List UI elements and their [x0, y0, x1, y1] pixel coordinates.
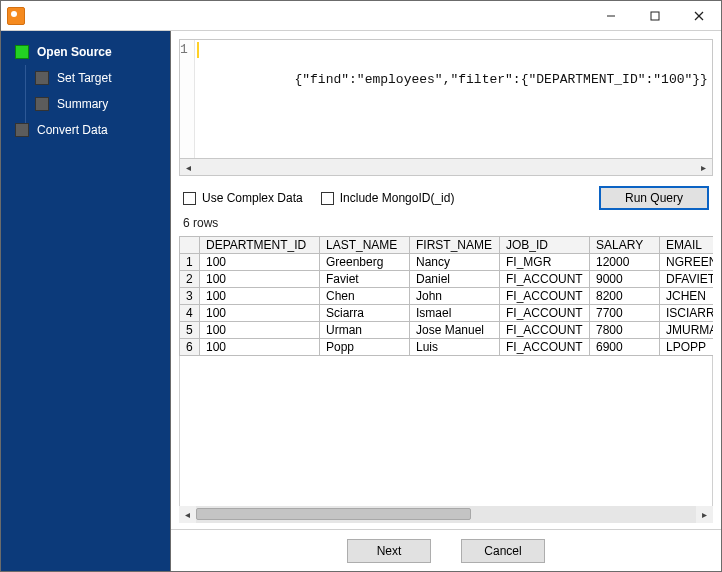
table-cell[interactable]: 100 [200, 339, 320, 356]
cancel-button[interactable]: Cancel [461, 539, 545, 563]
table-cell[interactable]: 100 [200, 254, 320, 271]
table-cell[interactable]: JMURMAN [660, 322, 714, 339]
row-number-cell: 2 [180, 271, 200, 288]
column-label: LAST_NAME [326, 238, 397, 252]
table-cell[interactable]: FI_ACCOUNT [500, 271, 590, 288]
table-cell[interactable]: FI_ACCOUNT [500, 322, 590, 339]
table-cell[interactable]: Jose Manuel [410, 322, 500, 339]
use-complex-data-checkbox[interactable]: Use Complex Data [183, 191, 303, 205]
scroll-right-icon[interactable]: ▸ [696, 506, 713, 523]
wizard-footer: Next Cancel [171, 529, 721, 571]
table-cell[interactable]: 9000 [590, 271, 660, 288]
titlebar [1, 1, 721, 31]
minimize-icon [606, 11, 616, 21]
wizard-sidebar: Open Source Set Target Summary Convert D… [1, 31, 171, 571]
table-cell[interactable]: 6900 [590, 339, 660, 356]
table-cell[interactable]: ISCIARRA [660, 305, 714, 322]
row-count-label: 6 rows [171, 214, 721, 236]
table-cell[interactable]: Chen [320, 288, 410, 305]
table-cell[interactable]: Greenberg [320, 254, 410, 271]
sidebar-item-open-source[interactable]: Open Source [1, 39, 170, 65]
svg-rect-1 [651, 12, 659, 20]
button-label: Run Query [625, 191, 683, 205]
table-cell[interactable]: Urman [320, 322, 410, 339]
row-number-cell: 3 [180, 288, 200, 305]
sidebar-item-set-target[interactable]: Set Target [1, 65, 170, 91]
column-header[interactable]: SALARY [590, 237, 660, 254]
table-cell[interactable]: FI_ACCOUNT [500, 339, 590, 356]
step-marker-icon [15, 45, 29, 59]
sidebar-item-summary[interactable]: Summary [1, 91, 170, 117]
table-cell[interactable]: JCHEN [660, 288, 714, 305]
table-cell[interactable]: DFAVIET [660, 271, 714, 288]
step-marker-icon [15, 123, 29, 137]
line-number: 1 [180, 42, 188, 57]
table-cell[interactable]: John [410, 288, 500, 305]
scroll-track[interactable] [197, 159, 695, 175]
table-row[interactable]: 6100PoppLuisFI_ACCOUNT6900LPOPP1 [180, 339, 714, 356]
table-cell[interactable]: 7700 [590, 305, 660, 322]
table-cell[interactable]: 8200 [590, 288, 660, 305]
results-table-wrap: DEPARTMENT_ID LAST_NAME FIRST_NAME JOB_I… [179, 236, 713, 506]
table-row[interactable]: 1100GreenbergNancyFI_MGR12000NGREENBE1 [180, 254, 714, 271]
maximize-button[interactable] [633, 1, 677, 31]
column-label: SALARY [596, 238, 643, 252]
table-header-row: DEPARTMENT_ID LAST_NAME FIRST_NAME JOB_I… [180, 237, 714, 254]
checkbox-label: Use Complex Data [202, 191, 303, 205]
table-cell[interactable]: 100 [200, 305, 320, 322]
step-marker-icon [35, 97, 49, 111]
app-window: Open Source Set Target Summary Convert D… [0, 0, 722, 572]
minimize-button[interactable] [589, 1, 633, 31]
table-cell[interactable]: NGREENBE [660, 254, 714, 271]
app-icon [7, 7, 25, 25]
table-row[interactable]: 5100UrmanJose ManuelFI_ACCOUNT7800JMURMA… [180, 322, 714, 339]
table-horizontal-scrollbar[interactable]: ◂ ▸ [179, 506, 713, 523]
table-cell[interactable]: Sciarra [320, 305, 410, 322]
table-cell[interactable]: 100 [200, 322, 320, 339]
table-row[interactable]: 3100ChenJohnFI_ACCOUNT8200JCHEN1 [180, 288, 714, 305]
scroll-right-icon[interactable]: ▸ [695, 159, 712, 176]
editor-horizontal-scrollbar[interactable]: ◂ ▸ [179, 159, 713, 176]
editor-code[interactable]: {"find":"employees","filter":{"DEPARTMEN… [195, 40, 713, 158]
checkbox-icon [321, 192, 334, 205]
sidebar-item-label: Open Source [37, 45, 112, 59]
table-cell[interactable]: 7800 [590, 322, 660, 339]
query-editor[interactable]: 1 {"find":"employees","filter":{"DEPARTM… [179, 39, 713, 159]
next-button[interactable]: Next [347, 539, 431, 563]
table-cell[interactable]: Faviet [320, 271, 410, 288]
table-cell[interactable]: Luis [410, 339, 500, 356]
caret-icon [197, 42, 199, 58]
button-label: Cancel [484, 544, 521, 558]
table-row[interactable]: 4100SciarraIsmaelFI_ACCOUNT7700ISCIARRA1 [180, 305, 714, 322]
table-cell[interactable]: 100 [200, 288, 320, 305]
scroll-thumb[interactable] [196, 508, 471, 520]
table-cell[interactable]: Ismael [410, 305, 500, 322]
column-header[interactable]: LAST_NAME [320, 237, 410, 254]
close-button[interactable] [677, 1, 721, 31]
scroll-track[interactable] [196, 506, 696, 523]
table-cell[interactable]: Popp [320, 339, 410, 356]
column-header[interactable]: EMAIL [660, 237, 714, 254]
table-cell[interactable]: 12000 [590, 254, 660, 271]
table-cell[interactable]: Nancy [410, 254, 500, 271]
row-number-cell: 5 [180, 322, 200, 339]
run-query-button[interactable]: Run Query [599, 186, 709, 210]
table-cell[interactable]: FI_ACCOUNT [500, 305, 590, 322]
table-cell[interactable]: LPOPP [660, 339, 714, 356]
table-row[interactable]: 2100FavietDanielFI_ACCOUNT9000DFAVIET1 [180, 271, 714, 288]
column-label: EMAIL [666, 238, 702, 252]
column-header[interactable]: FIRST_NAME [410, 237, 500, 254]
scroll-left-icon[interactable]: ◂ [179, 506, 196, 523]
sidebar-item-convert-data[interactable]: Convert Data [1, 117, 170, 143]
table-cell[interactable]: FI_ACCOUNT [500, 288, 590, 305]
include-mongoid-checkbox[interactable]: Include MongoID(_id) [321, 191, 455, 205]
table-cell[interactable]: Daniel [410, 271, 500, 288]
table-cell[interactable]: FI_MGR [500, 254, 590, 271]
scroll-left-icon[interactable]: ◂ [180, 159, 197, 176]
query-toolbar: Use Complex Data Include MongoID(_id) Ru… [171, 176, 721, 214]
table-cell[interactable]: 100 [200, 271, 320, 288]
column-header[interactable]: JOB_ID [500, 237, 590, 254]
column-header[interactable]: DEPARTMENT_ID [200, 237, 320, 254]
results-table: DEPARTMENT_ID LAST_NAME FIRST_NAME JOB_I… [179, 236, 713, 356]
main-panel: 1 {"find":"employees","filter":{"DEPARTM… [171, 31, 721, 571]
